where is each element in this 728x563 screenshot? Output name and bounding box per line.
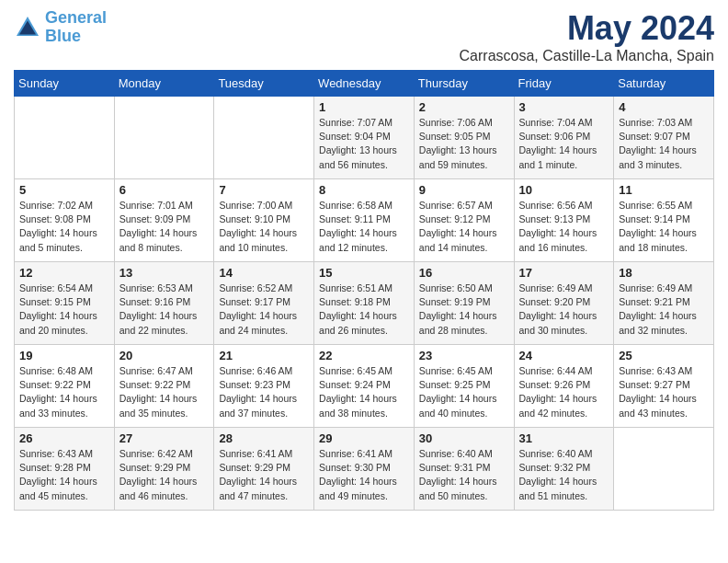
calendar-cell: 15 Sunrise: 6:51 AMSunset: 9:18 PMDaylig… xyxy=(314,262,415,345)
day-number: 4 xyxy=(619,100,709,114)
month-title: May 2024 xyxy=(460,9,714,48)
calendar-cell: 31 Sunrise: 6:40 AMSunset: 9:32 PMDaylig… xyxy=(514,428,614,511)
day-number: 20 xyxy=(119,349,210,362)
calendar-cell: 28 Sunrise: 6:41 AMSunset: 9:29 PMDaylig… xyxy=(214,428,314,511)
day-info: Sunrise: 7:02 AMSunset: 9:08 PMDaylight:… xyxy=(19,199,109,255)
weekday-header-row: SundayMondayTuesdayWednesdayThursdayFrid… xyxy=(15,71,714,97)
calendar-cell: 26 Sunrise: 6:43 AMSunset: 9:28 PMDaylig… xyxy=(15,428,115,511)
day-info: Sunrise: 6:52 AMSunset: 9:17 PMDaylight:… xyxy=(219,282,309,338)
title-block: May 2024 Carrascosa, Castille-La Mancha,… xyxy=(460,9,714,64)
calendar-cell: 12 Sunrise: 6:54 AMSunset: 9:15 PMDaylig… xyxy=(15,262,115,345)
calendar-week-row: 12 Sunrise: 6:54 AMSunset: 9:15 PMDaylig… xyxy=(15,262,714,345)
calendar-cell xyxy=(614,428,714,511)
day-info: Sunrise: 6:46 AMSunset: 9:23 PMDaylight:… xyxy=(219,364,309,420)
calendar-cell xyxy=(114,97,214,179)
day-number: 28 xyxy=(219,431,309,445)
calendar-cell: 30 Sunrise: 6:40 AMSunset: 9:31 PMDaylig… xyxy=(414,428,514,511)
calendar-cell: 2 Sunrise: 7:06 AMSunset: 9:05 PMDayligh… xyxy=(414,97,514,179)
calendar-week-row: 5 Sunrise: 7:02 AMSunset: 9:08 PMDayligh… xyxy=(15,179,714,262)
calendar-cell: 5 Sunrise: 7:02 AMSunset: 9:08 PMDayligh… xyxy=(15,179,115,262)
day-info: Sunrise: 6:41 AMSunset: 9:30 PMDaylight:… xyxy=(319,447,409,503)
day-number: 22 xyxy=(319,349,409,362)
calendar-week-row: 1 Sunrise: 7:07 AMSunset: 9:04 PMDayligh… xyxy=(15,97,714,179)
calendar-week-row: 19 Sunrise: 6:48 AMSunset: 9:22 PMDaylig… xyxy=(15,345,714,428)
day-info: Sunrise: 7:01 AMSunset: 9:09 PMDaylight:… xyxy=(119,199,210,255)
day-info: Sunrise: 6:42 AMSunset: 9:29 PMDaylight:… xyxy=(119,447,210,503)
day-number: 3 xyxy=(519,100,609,114)
day-number: 31 xyxy=(519,431,609,445)
day-info: Sunrise: 7:06 AMSunset: 9:05 PMDaylight:… xyxy=(419,116,509,172)
day-number: 25 xyxy=(619,349,709,362)
day-number: 19 xyxy=(19,349,109,362)
calendar-cell: 27 Sunrise: 6:42 AMSunset: 9:29 PMDaylig… xyxy=(114,428,214,511)
calendar-cell: 16 Sunrise: 6:50 AMSunset: 9:19 PMDaylig… xyxy=(414,262,514,345)
calendar-cell: 7 Sunrise: 7:00 AMSunset: 9:10 PMDayligh… xyxy=(214,179,314,262)
day-number: 10 xyxy=(519,183,609,197)
calendar-cell: 23 Sunrise: 6:45 AMSunset: 9:25 PMDaylig… xyxy=(414,345,514,428)
day-info: Sunrise: 6:45 AMSunset: 9:24 PMDaylight:… xyxy=(319,364,409,420)
calendar-cell: 13 Sunrise: 6:53 AMSunset: 9:16 PMDaylig… xyxy=(114,262,214,345)
day-number: 27 xyxy=(119,431,210,445)
calendar-cell: 19 Sunrise: 6:48 AMSunset: 9:22 PMDaylig… xyxy=(15,345,115,428)
day-info: Sunrise: 6:43 AMSunset: 9:28 PMDaylight:… xyxy=(19,447,109,503)
day-info: Sunrise: 6:40 AMSunset: 9:32 PMDaylight:… xyxy=(519,447,609,503)
day-info: Sunrise: 7:04 AMSunset: 9:06 PMDaylight:… xyxy=(519,116,609,172)
calendar-cell: 14 Sunrise: 6:52 AMSunset: 9:17 PMDaylig… xyxy=(214,262,314,345)
logo-text: General Blue xyxy=(45,9,107,46)
day-info: Sunrise: 6:41 AMSunset: 9:29 PMDaylight:… xyxy=(219,447,309,503)
calendar-cell: 11 Sunrise: 6:55 AMSunset: 9:14 PMDaylig… xyxy=(614,179,714,262)
location-title: Carrascosa, Castille-La Mancha, Spain xyxy=(460,48,714,64)
calendar-cell: 22 Sunrise: 6:45 AMSunset: 9:24 PMDaylig… xyxy=(314,345,415,428)
calendar-cell: 4 Sunrise: 7:03 AMSunset: 9:07 PMDayligh… xyxy=(614,97,714,179)
calendar-cell: 9 Sunrise: 6:57 AMSunset: 9:12 PMDayligh… xyxy=(414,179,514,262)
day-info: Sunrise: 6:45 AMSunset: 9:25 PMDaylight:… xyxy=(419,364,509,420)
day-info: Sunrise: 6:54 AMSunset: 9:15 PMDaylight:… xyxy=(19,282,109,338)
day-info: Sunrise: 7:03 AMSunset: 9:07 PMDaylight:… xyxy=(619,116,709,172)
calendar-cell: 29 Sunrise: 6:41 AMSunset: 9:30 PMDaylig… xyxy=(314,428,415,511)
calendar-cell: 8 Sunrise: 6:58 AMSunset: 9:11 PMDayligh… xyxy=(314,179,415,262)
calendar-cell: 24 Sunrise: 6:44 AMSunset: 9:26 PMDaylig… xyxy=(514,345,614,428)
day-number: 14 xyxy=(219,266,309,280)
day-info: Sunrise: 6:49 AMSunset: 9:21 PMDaylight:… xyxy=(619,282,709,338)
day-info: Sunrise: 6:57 AMSunset: 9:12 PMDaylight:… xyxy=(419,199,509,255)
day-number: 9 xyxy=(419,183,509,197)
day-number: 17 xyxy=(519,266,609,280)
day-info: Sunrise: 6:40 AMSunset: 9:31 PMDaylight:… xyxy=(419,447,509,503)
day-number: 12 xyxy=(19,266,109,280)
day-number: 1 xyxy=(319,100,409,114)
calendar-cell xyxy=(15,97,115,179)
calendar-cell: 25 Sunrise: 6:43 AMSunset: 9:27 PMDaylig… xyxy=(614,345,714,428)
weekday-header-saturday: Saturday xyxy=(614,71,714,97)
day-info: Sunrise: 6:43 AMSunset: 9:27 PMDaylight:… xyxy=(619,364,709,420)
calendar-cell xyxy=(214,97,314,179)
logo-icon xyxy=(14,14,41,41)
weekday-header-friday: Friday xyxy=(514,71,614,97)
calendar-cell: 6 Sunrise: 7:01 AMSunset: 9:09 PMDayligh… xyxy=(114,179,214,262)
day-number: 2 xyxy=(419,100,509,114)
day-number: 6 xyxy=(119,183,210,197)
day-info: Sunrise: 6:51 AMSunset: 9:18 PMDaylight:… xyxy=(319,282,409,338)
day-number: 5 xyxy=(19,183,109,197)
page-header: General Blue May 2024 Carrascosa, Castil… xyxy=(14,9,714,64)
weekday-header-wednesday: Wednesday xyxy=(314,71,415,97)
day-number: 30 xyxy=(419,431,509,445)
weekday-header-monday: Monday xyxy=(114,71,214,97)
day-info: Sunrise: 6:53 AMSunset: 9:16 PMDaylight:… xyxy=(119,282,210,338)
calendar-cell: 21 Sunrise: 6:46 AMSunset: 9:23 PMDaylig… xyxy=(214,345,314,428)
day-number: 24 xyxy=(519,349,609,362)
day-number: 26 xyxy=(19,431,109,445)
day-info: Sunrise: 6:47 AMSunset: 9:22 PMDaylight:… xyxy=(119,364,210,420)
calendar-cell: 17 Sunrise: 6:49 AMSunset: 9:20 PMDaylig… xyxy=(514,262,614,345)
calendar-cell: 10 Sunrise: 6:56 AMSunset: 9:13 PMDaylig… xyxy=(514,179,614,262)
calendar-week-row: 26 Sunrise: 6:43 AMSunset: 9:28 PMDaylig… xyxy=(15,428,714,511)
day-info: Sunrise: 6:49 AMSunset: 9:20 PMDaylight:… xyxy=(519,282,609,338)
weekday-header-tuesday: Tuesday xyxy=(214,71,314,97)
day-info: Sunrise: 6:56 AMSunset: 9:13 PMDaylight:… xyxy=(519,199,609,255)
day-number: 8 xyxy=(319,183,409,197)
day-info: Sunrise: 6:48 AMSunset: 9:22 PMDaylight:… xyxy=(19,364,109,420)
logo: General Blue xyxy=(14,9,107,46)
weekday-header-thursday: Thursday xyxy=(414,71,514,97)
day-number: 15 xyxy=(319,266,409,280)
day-info: Sunrise: 6:44 AMSunset: 9:26 PMDaylight:… xyxy=(519,364,609,420)
calendar-table: SundayMondayTuesdayWednesdayThursdayFrid… xyxy=(14,70,714,511)
